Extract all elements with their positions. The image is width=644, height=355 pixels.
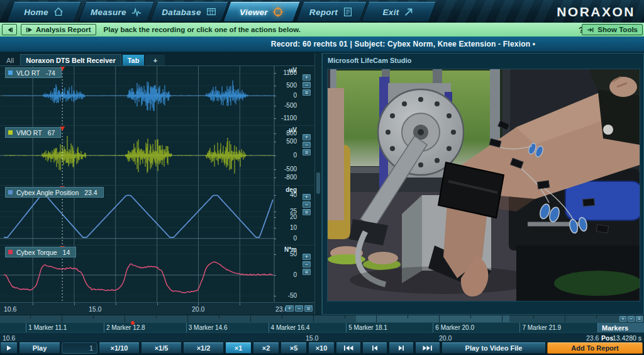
marker-zoom-buttons: +−≡ xyxy=(619,316,643,322)
nav-tab-exit[interactable]: Exit xyxy=(361,2,436,22)
video-still-image xyxy=(328,69,640,301)
chart-tab-noraxon-dts-belt-receiver[interactable]: Noraxon DTS Belt Receiver xyxy=(20,54,121,65)
marker-label[interactable]: 5 Marker 18.1 xyxy=(348,324,387,331)
chart-tab--[interactable]: + xyxy=(145,55,165,65)
nav-tab-measure[interactable]: Measure xyxy=(78,2,155,22)
channel-chip[interactable]: Cybex Torque14 xyxy=(5,247,76,257)
channel-chip[interactable]: Cybex Angle Position23.4 xyxy=(5,187,104,198)
speed-button-10[interactable]: ×10 xyxy=(308,342,335,354)
channel-cursor-value: -74 xyxy=(46,69,55,77)
speed-button-12[interactable]: ×1/2 xyxy=(183,342,224,354)
nav-tab-report[interactable]: Report xyxy=(296,2,367,22)
channel-cursor-value: 23.4 xyxy=(84,189,97,196)
play-count-input[interactable]: 1 xyxy=(62,342,97,354)
chart-menu-button[interactable]: ≡ xyxy=(303,209,311,215)
marker-timeline: Pos 13.4280 s 10.615.020.023.6 xyxy=(0,332,644,342)
axis-tick-mark xyxy=(274,142,276,142)
chart-mini-buttons: +−≡ xyxy=(303,74,311,97)
marker-divider xyxy=(269,323,269,332)
noraxon-logo: NORAXON xyxy=(557,4,635,20)
play-to-video-file-button[interactable]: Play to Video File xyxy=(441,342,546,354)
speed-button-110[interactable]: ×1/10 xyxy=(99,342,140,354)
home-icon xyxy=(53,6,64,18)
marker-label[interactable]: 2 Marker 12.8 xyxy=(106,324,145,331)
ruler-tick xyxy=(219,315,219,318)
speed-button-15[interactable]: ×1/5 xyxy=(141,342,182,354)
channel-name: Cybex Torque xyxy=(16,249,57,256)
step-forward-button[interactable] xyxy=(389,342,414,354)
axis-tick-mark xyxy=(274,96,276,96)
skip-to-start-button[interactable] xyxy=(336,342,361,354)
axis-tick-label: 0 xyxy=(277,271,297,278)
channel-name: Cybex Angle Position xyxy=(16,189,79,196)
show-tools-button[interactable]: Show Tools xyxy=(582,24,643,35)
time-zoom-out-button[interactable]: − xyxy=(295,305,303,312)
channel-chip[interactable]: VMO RT67 xyxy=(5,127,61,138)
nav-tab-home[interactable]: Home xyxy=(6,2,82,22)
chart-tab-tab[interactable]: Tab xyxy=(123,55,145,65)
splitter-handle[interactable] xyxy=(316,172,320,194)
skip-to-end-button[interactable] xyxy=(415,342,440,354)
axis-tick-mark xyxy=(274,228,276,228)
channel-chip[interactable]: VLO RT-74 xyxy=(5,67,62,78)
analysis-report-button[interactable]: Analysis Report xyxy=(21,24,96,35)
zoom-in-button[interactable]: + xyxy=(303,194,311,200)
ruler-tick xyxy=(156,315,157,318)
top-nav: HomeMeasureDatabaseViewerReportExit NORA… xyxy=(0,0,644,23)
zoom-in-button[interactable]: + xyxy=(303,134,311,140)
timeline-label: 15.0 xyxy=(306,334,318,342)
zoom-out-button[interactable]: − xyxy=(303,261,311,268)
timeline-label: 10.6 xyxy=(3,334,15,342)
marker-menu-button[interactable]: ≡ xyxy=(636,316,643,322)
chart-menu-button[interactable]: ≡ xyxy=(303,89,311,96)
time-tick xyxy=(240,303,240,305)
step-back-button[interactable] xyxy=(362,342,387,354)
ruler-tick xyxy=(470,315,471,318)
speed-button-2[interactable]: ×2 xyxy=(253,342,279,354)
zoom-in-button[interactable]: + xyxy=(303,74,311,81)
play-icon-button[interactable] xyxy=(0,342,18,354)
marker-zoom-in-button[interactable]: + xyxy=(619,316,626,322)
add-to-report-button[interactable]: Add To Report xyxy=(547,342,643,354)
time-tick xyxy=(116,303,116,305)
marker-label[interactable]: 4 Marker 16.4 xyxy=(271,324,310,331)
speed-button-5[interactable]: ×5 xyxy=(280,342,307,354)
time-zoom-in-button[interactable]: + xyxy=(286,305,294,312)
chart-stack: VLO RT-74uV11005000-500-1100+−≡VMO RT67u… xyxy=(0,66,314,305)
transport-bar: Play1×1/10×1/5×1/2×1×2×5×10Play to Video… xyxy=(0,342,644,355)
timeline-label: 23.6 xyxy=(586,334,599,342)
axis-tick-mark xyxy=(274,133,276,134)
speed-button-1[interactable]: ×1 xyxy=(225,342,252,354)
marker-label[interactable]: 6 Marker 20.0 xyxy=(435,324,474,331)
chart-menu-button[interactable]: ≡ xyxy=(303,269,311,275)
zoom-out-button[interactable]: − xyxy=(303,82,311,88)
marker-label[interactable]: 3 Marker 14.6 xyxy=(189,324,228,331)
panel-splitter[interactable] xyxy=(314,53,322,315)
toolbar-message: Play back the recording or click one of … xyxy=(104,26,301,33)
chart-tab-bar: AllNoraxon DTS Belt ReceiverTab+ xyxy=(0,53,314,66)
marker-label[interactable]: 7 Marker 21.9 xyxy=(522,324,561,331)
channel-name: VMO RT xyxy=(16,129,42,137)
ruler-tick xyxy=(62,315,62,322)
zoom-in-button[interactable]: + xyxy=(303,254,311,260)
nav-tab-viewer[interactable]: Viewer xyxy=(223,2,301,22)
nav-tab-label: Database xyxy=(162,8,201,17)
ruler-tick xyxy=(502,315,502,322)
time-axis-menu-button[interactable]: ≡ xyxy=(304,305,313,312)
chart-row-vlo-rt: VLO RT-74uV11005000-500-1100+−≡ xyxy=(0,66,314,126)
show-tools-label: Show Tools xyxy=(597,26,638,33)
marker-zoom-out-button[interactable]: − xyxy=(628,316,635,322)
play-button[interactable]: Play xyxy=(19,342,60,354)
collapse-left-button[interactable] xyxy=(2,24,17,35)
zoom-out-button[interactable]: − xyxy=(303,201,311,208)
zoom-out-button[interactable]: − xyxy=(303,142,311,148)
ruler-tick xyxy=(30,315,31,318)
nav-tab-database[interactable]: Database xyxy=(150,2,229,22)
marker-divider xyxy=(519,323,520,332)
marker-label[interactable]: 1 Marker 11.1 xyxy=(28,324,67,331)
scroll-thumb[interactable] xyxy=(356,315,509,322)
marker-scroll-ruler[interactable]: +−≡ xyxy=(0,315,644,322)
chart-menu-button[interactable]: ≡ xyxy=(303,149,311,155)
chart-tab-all[interactable]: All xyxy=(1,55,19,65)
pos-label: Pos xyxy=(601,334,613,342)
